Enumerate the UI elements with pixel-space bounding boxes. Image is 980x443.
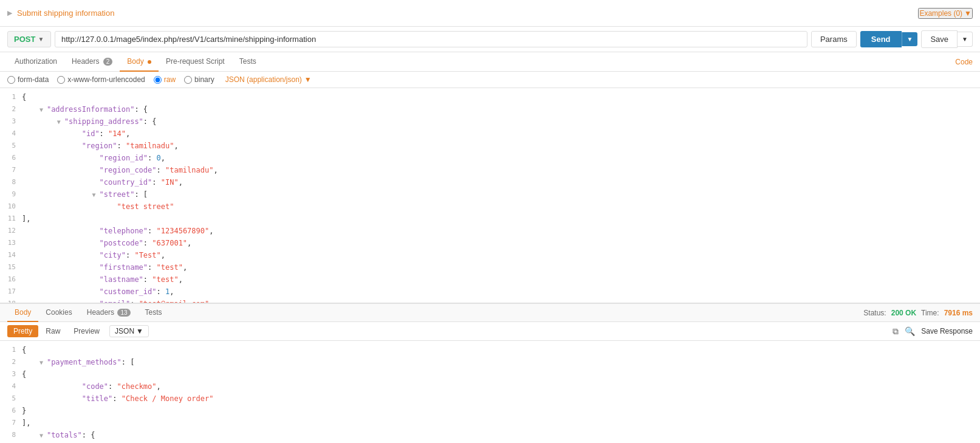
line-content: "id": "14",	[22, 128, 980, 139]
save-response-button[interactable]: Save Response	[921, 327, 973, 335]
url-bar: POST ▼ Params Send ▼ Save ▼	[0, 27, 980, 52]
body-format-bar: form-data x-www-form-urlencoded raw bina…	[0, 72, 980, 88]
format-form-data[interactable]: form-data	[7, 75, 49, 84]
code-line: 8 ▼ "totals": {	[0, 430, 980, 442]
resp-tab-body[interactable]: Body	[7, 304, 38, 322]
line-number: 6	[0, 405, 22, 416]
line-number: 14	[0, 250, 22, 261]
request-title: Submit shipping information	[17, 9, 913, 18]
line-number: 2	[0, 357, 22, 368]
save-button-group: Save ▼	[921, 30, 973, 48]
response-code-editor[interactable]: 1{2 ▼ "payment_methods": [3{4 "code": "c…	[0, 341, 980, 443]
response-status: Status: 200 OK Time: 7916 ms	[863, 309, 973, 317]
line-content: ▼ "street": [	[22, 189, 980, 200]
code-line: 11],	[0, 213, 980, 225]
line-number: 1	[0, 345, 22, 355]
resp-json-select[interactable]: JSON ▼	[109, 325, 149, 337]
resp-tab-headers[interactable]: Headers 13	[80, 304, 138, 322]
code-line: 16 "lastname": "test",	[0, 274, 980, 286]
code-line: 1{	[0, 92, 980, 104]
code-line: 8 "country_id": "IN",	[0, 177, 980, 189]
send-button[interactable]: Send	[860, 31, 902, 47]
code-line: 10 "test street"	[0, 201, 980, 213]
tab-tests[interactable]: Tests	[232, 52, 264, 72]
request-tabs: Authorization Headers 2 Body Pre-request…	[0, 52, 980, 72]
line-number: 15	[0, 262, 22, 273]
copy-icon[interactable]: ⧉	[893, 326, 899, 337]
method-dropdown-icon: ▼	[38, 36, 44, 43]
response-format-bar: Pretty Raw Preview JSON ▼ ⧉ 🔍 Save Respo…	[0, 322, 980, 341]
response-tabs-bar: Body Cookies Headers 13 Tests Status: 20…	[0, 304, 980, 322]
line-content: "test street"	[22, 201, 980, 212]
line-number: 2	[0, 104, 22, 115]
code-line: 5 "title": "Check / Money order"	[0, 393, 980, 405]
code-line: 1{	[0, 345, 980, 357]
code-line: 12 "telephone": "1234567890",	[0, 225, 980, 238]
resp-tab-tests[interactable]: Tests	[138, 304, 170, 322]
line-content: "postcode": "637001",	[22, 238, 980, 249]
resp-tab-cookies[interactable]: Cookies	[38, 304, 79, 322]
resp-raw-btn[interactable]: Raw	[39, 325, 66, 337]
code-line: 5 "region": "tamilnadu",	[0, 140, 980, 153]
code-line: 3{	[0, 369, 980, 381]
line-content: ],	[22, 213, 980, 224]
code-line: 7],	[0, 417, 980, 430]
line-content: "region": "tamilnadu",	[22, 140, 980, 151]
json-format-select[interactable]: JSON (application/json) ▼	[225, 75, 312, 84]
code-line: 7 "region_code": "tamilnadu",	[0, 165, 980, 177]
line-content: "code": "checkmo",	[22, 381, 980, 392]
params-button[interactable]: Params	[811, 31, 857, 47]
code-line: 17 "customer_id": 1,	[0, 286, 980, 298]
resp-pretty-btn[interactable]: Pretty	[7, 325, 38, 337]
line-number: 13	[0, 238, 22, 249]
line-content: ▼ "shipping_address": {	[22, 116, 980, 127]
line-content: "region_code": "tamilnadu",	[22, 165, 980, 176]
line-content: "title": "Check / Money order"	[22, 393, 980, 404]
line-number: 10	[0, 201, 22, 212]
search-icon[interactable]: 🔍	[905, 326, 915, 336]
line-content: "lastname": "test",	[22, 274, 980, 285]
format-binary[interactable]: binary	[184, 75, 214, 84]
resp-preview-btn[interactable]: Preview	[67, 325, 106, 337]
line-number: 5	[0, 393, 22, 404]
method-button[interactable]: POST ▼	[7, 31, 51, 47]
tab-prerequest[interactable]: Pre-request Script	[159, 52, 232, 72]
line-number: 11	[0, 213, 22, 224]
code-line: 18 "email": "test@gmail.com"	[0, 298, 980, 303]
line-content: ▼ "addressInformation": {	[22, 104, 980, 115]
url-input[interactable]	[55, 31, 807, 47]
line-content: {	[22, 369, 980, 380]
line-number: 4	[0, 381, 22, 392]
line-number: 16	[0, 274, 22, 285]
request-title-arrow: ▶	[7, 9, 12, 17]
code-line: 6 "region_id": 0,	[0, 153, 980, 165]
line-number: 6	[0, 153, 22, 163]
code-line: 3 ▼ "shipping_address": {	[0, 116, 980, 128]
code-line: 4 "id": "14",	[0, 128, 980, 140]
send-dropdown-button[interactable]: ▼	[902, 32, 918, 46]
line-content: "country_id": "IN",	[22, 177, 980, 188]
line-content: ],	[22, 417, 980, 428]
line-number: 9	[0, 189, 22, 200]
code-line: 6}	[0, 405, 980, 417]
line-content: "firstname": "test",	[22, 262, 980, 273]
tab-authorization[interactable]: Authorization	[7, 52, 64, 72]
request-editor: 1{2 ▼ "addressInformation": {3 ▼ "shippi…	[0, 88, 980, 303]
line-number: 8	[0, 430, 22, 441]
save-button[interactable]: Save	[921, 30, 958, 48]
request-code-editor[interactable]: 1{2 ▼ "addressInformation": {3 ▼ "shippi…	[0, 88, 980, 303]
code-line: 14 "city": "Test",	[0, 250, 980, 262]
examples-button[interactable]: Examples (0) ▼	[918, 8, 973, 19]
code-line: 13 "postcode": "637001",	[0, 238, 980, 250]
tab-body[interactable]: Body	[120, 52, 159, 72]
line-number: 3	[0, 369, 22, 380]
line-number: 18	[0, 298, 22, 303]
save-dropdown-button[interactable]: ▼	[958, 32, 973, 47]
line-number: 7	[0, 165, 22, 176]
format-raw[interactable]: raw	[154, 75, 176, 84]
code-link[interactable]: Code	[955, 58, 973, 66]
top-bar: ▶ Submit shipping information Examples (…	[0, 0, 980, 27]
format-urlencoded[interactable]: x-www-form-urlencoded	[57, 75, 145, 84]
line-content: }	[22, 405, 980, 416]
tab-headers[interactable]: Headers 2	[64, 52, 120, 72]
